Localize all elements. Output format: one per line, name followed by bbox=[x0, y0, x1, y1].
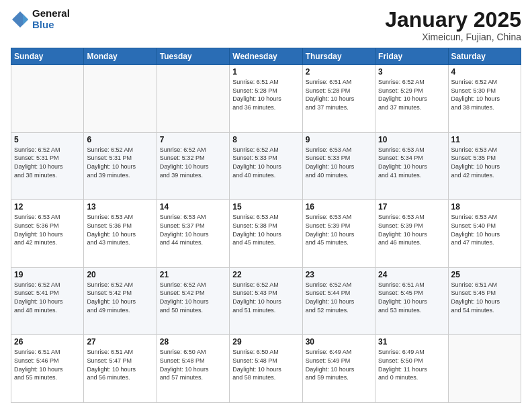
day-cell: 17Sunrise: 6:53 AM Sunset: 5:39 PM Dayli… bbox=[375, 200, 448, 268]
day-info: Sunrise: 6:53 AM Sunset: 5:35 PM Dayligh… bbox=[451, 146, 518, 179]
day-cell: 30Sunrise: 6:49 AM Sunset: 5:49 PM Dayli… bbox=[302, 335, 375, 403]
week-row-4: 19Sunrise: 6:52 AM Sunset: 5:41 PM Dayli… bbox=[11, 267, 521, 335]
day-number: 11 bbox=[451, 135, 518, 144]
header-monday: Monday bbox=[84, 48, 157, 65]
day-info: Sunrise: 6:52 AM Sunset: 5:41 PM Dayligh… bbox=[14, 281, 81, 314]
svg-marker-1 bbox=[23, 14, 28, 25]
day-cell: 8Sunrise: 6:52 AM Sunset: 5:33 PM Daylig… bbox=[230, 132, 302, 200]
day-cell: 18Sunrise: 6:53 AM Sunset: 5:40 PM Dayli… bbox=[448, 200, 521, 268]
day-info: Sunrise: 6:53 AM Sunset: 5:39 PM Dayligh… bbox=[378, 213, 445, 246]
day-cell: 26Sunrise: 6:51 AM Sunset: 5:46 PM Dayli… bbox=[11, 335, 84, 403]
header-saturday: Saturday bbox=[448, 48, 521, 65]
day-cell: 23Sunrise: 6:52 AM Sunset: 5:44 PM Dayli… bbox=[302, 267, 375, 335]
day-info: Sunrise: 6:52 AM Sunset: 5:42 PM Dayligh… bbox=[87, 281, 153, 314]
day-number: 22 bbox=[232, 270, 299, 279]
day-info: Sunrise: 6:52 AM Sunset: 5:42 PM Dayligh… bbox=[160, 281, 226, 314]
calendar-table: Sunday Monday Tuesday Wednesday Thursday… bbox=[11, 48, 521, 403]
day-number: 4 bbox=[451, 67, 518, 77]
day-cell: 10Sunrise: 6:53 AM Sunset: 5:34 PM Dayli… bbox=[375, 132, 448, 200]
day-info: Sunrise: 6:49 AM Sunset: 5:50 PM Dayligh… bbox=[378, 348, 445, 381]
day-cell bbox=[448, 335, 521, 403]
day-cell: 2Sunrise: 6:51 AM Sunset: 5:28 PM Daylig… bbox=[302, 65, 375, 133]
header-tuesday: Tuesday bbox=[157, 48, 229, 65]
day-info: Sunrise: 6:53 AM Sunset: 5:40 PM Dayligh… bbox=[451, 213, 518, 246]
day-info: Sunrise: 6:49 AM Sunset: 5:49 PM Dayligh… bbox=[306, 348, 372, 381]
day-number: 17 bbox=[378, 202, 445, 212]
day-number: 10 bbox=[378, 135, 445, 144]
day-info: Sunrise: 6:51 AM Sunset: 5:45 PM Dayligh… bbox=[451, 281, 518, 314]
day-number: 24 bbox=[378, 270, 445, 279]
day-info: Sunrise: 6:51 AM Sunset: 5:45 PM Dayligh… bbox=[378, 281, 445, 314]
day-number: 25 bbox=[451, 270, 518, 279]
day-cell: 25Sunrise: 6:51 AM Sunset: 5:45 PM Dayli… bbox=[448, 267, 521, 335]
day-info: Sunrise: 6:52 AM Sunset: 5:32 PM Dayligh… bbox=[160, 146, 226, 179]
day-info: Sunrise: 6:50 AM Sunset: 5:48 PM Dayligh… bbox=[232, 348, 299, 381]
day-number: 15 bbox=[232, 202, 299, 212]
day-cell bbox=[11, 65, 84, 133]
day-cell bbox=[157, 65, 229, 133]
day-cell: 1Sunrise: 6:51 AM Sunset: 5:28 PM Daylig… bbox=[230, 65, 302, 133]
day-cell: 24Sunrise: 6:51 AM Sunset: 5:45 PM Dayli… bbox=[375, 267, 448, 335]
day-number: 18 bbox=[451, 202, 518, 212]
day-cell: 15Sunrise: 6:53 AM Sunset: 5:38 PM Dayli… bbox=[230, 200, 302, 268]
day-number: 6 bbox=[87, 135, 153, 144]
day-cell: 20Sunrise: 6:52 AM Sunset: 5:42 PM Dayli… bbox=[84, 267, 157, 335]
day-cell: 16Sunrise: 6:53 AM Sunset: 5:39 PM Dayli… bbox=[302, 200, 375, 268]
day-info: Sunrise: 6:51 AM Sunset: 5:28 PM Dayligh… bbox=[306, 78, 372, 111]
day-cell bbox=[84, 65, 157, 133]
day-info: Sunrise: 6:51 AM Sunset: 5:47 PM Dayligh… bbox=[87, 348, 153, 381]
day-info: Sunrise: 6:53 AM Sunset: 5:36 PM Dayligh… bbox=[14, 213, 81, 246]
logo: General Blue bbox=[11, 8, 70, 30]
day-number: 9 bbox=[306, 135, 372, 144]
day-number: 16 bbox=[306, 202, 372, 212]
day-number: 8 bbox=[232, 135, 299, 144]
week-row-2: 5Sunrise: 6:52 AM Sunset: 5:31 PM Daylig… bbox=[11, 132, 521, 200]
day-info: Sunrise: 6:52 AM Sunset: 5:43 PM Dayligh… bbox=[232, 281, 299, 314]
day-cell: 6Sunrise: 6:52 AM Sunset: 5:31 PM Daylig… bbox=[84, 132, 157, 200]
day-number: 26 bbox=[14, 337, 81, 347]
location: Ximeicun, Fujian, China bbox=[385, 32, 521, 42]
week-row-3: 12Sunrise: 6:53 AM Sunset: 5:36 PM Dayli… bbox=[11, 200, 521, 268]
day-cell: 13Sunrise: 6:53 AM Sunset: 5:36 PM Dayli… bbox=[84, 200, 157, 268]
day-cell: 4Sunrise: 6:52 AM Sunset: 5:30 PM Daylig… bbox=[448, 65, 521, 133]
day-number: 2 bbox=[306, 67, 372, 77]
day-cell: 31Sunrise: 6:49 AM Sunset: 5:50 PM Dayli… bbox=[375, 335, 448, 403]
day-cell: 19Sunrise: 6:52 AM Sunset: 5:41 PM Dayli… bbox=[11, 267, 84, 335]
day-info: Sunrise: 6:53 AM Sunset: 5:36 PM Dayligh… bbox=[87, 213, 153, 246]
day-cell: 27Sunrise: 6:51 AM Sunset: 5:47 PM Dayli… bbox=[84, 335, 157, 403]
day-info: Sunrise: 6:52 AM Sunset: 5:44 PM Dayligh… bbox=[306, 281, 372, 314]
header-friday: Friday bbox=[375, 48, 448, 65]
day-number: 30 bbox=[306, 337, 372, 347]
day-number: 12 bbox=[14, 202, 81, 212]
day-number: 29 bbox=[232, 337, 299, 347]
day-number: 27 bbox=[87, 337, 153, 347]
day-info: Sunrise: 6:53 AM Sunset: 5:34 PM Dayligh… bbox=[378, 146, 445, 179]
month-title: January 2025 bbox=[385, 8, 521, 32]
week-row-1: 1Sunrise: 6:51 AM Sunset: 5:28 PM Daylig… bbox=[11, 65, 521, 133]
day-info: Sunrise: 6:52 AM Sunset: 5:31 PM Dayligh… bbox=[14, 146, 81, 179]
day-cell: 21Sunrise: 6:52 AM Sunset: 5:42 PM Dayli… bbox=[157, 267, 229, 335]
day-info: Sunrise: 6:52 AM Sunset: 5:31 PM Dayligh… bbox=[87, 146, 153, 179]
day-cell: 7Sunrise: 6:52 AM Sunset: 5:32 PM Daylig… bbox=[157, 132, 229, 200]
week-row-5: 26Sunrise: 6:51 AM Sunset: 5:46 PM Dayli… bbox=[11, 335, 521, 403]
day-info: Sunrise: 6:51 AM Sunset: 5:28 PM Dayligh… bbox=[232, 78, 299, 111]
day-number: 21 bbox=[160, 270, 226, 279]
day-number: 7 bbox=[160, 135, 226, 144]
header-thursday: Thursday bbox=[302, 48, 375, 65]
day-number: 20 bbox=[87, 270, 153, 279]
day-cell: 3Sunrise: 6:52 AM Sunset: 5:29 PM Daylig… bbox=[375, 65, 448, 133]
day-info: Sunrise: 6:52 AM Sunset: 5:30 PM Dayligh… bbox=[451, 78, 518, 111]
day-cell: 11Sunrise: 6:53 AM Sunset: 5:35 PM Dayli… bbox=[448, 132, 521, 200]
day-cell: 29Sunrise: 6:50 AM Sunset: 5:48 PM Dayli… bbox=[230, 335, 302, 403]
day-info: Sunrise: 6:53 AM Sunset: 5:33 PM Dayligh… bbox=[306, 146, 372, 179]
logo-text: General Blue bbox=[32, 8, 70, 30]
day-cell: 12Sunrise: 6:53 AM Sunset: 5:36 PM Dayli… bbox=[11, 200, 84, 268]
day-info: Sunrise: 6:52 AM Sunset: 5:29 PM Dayligh… bbox=[378, 78, 445, 111]
day-cell: 22Sunrise: 6:52 AM Sunset: 5:43 PM Dayli… bbox=[230, 267, 302, 335]
day-number: 3 bbox=[378, 67, 445, 77]
day-number: 28 bbox=[160, 337, 226, 347]
day-info: Sunrise: 6:51 AM Sunset: 5:46 PM Dayligh… bbox=[14, 348, 81, 381]
calendar-page: General Blue January 2025 Ximeicun, Fuji… bbox=[0, 0, 532, 411]
day-cell: 28Sunrise: 6:50 AM Sunset: 5:48 PM Dayli… bbox=[157, 335, 229, 403]
header-wednesday: Wednesday bbox=[230, 48, 302, 65]
